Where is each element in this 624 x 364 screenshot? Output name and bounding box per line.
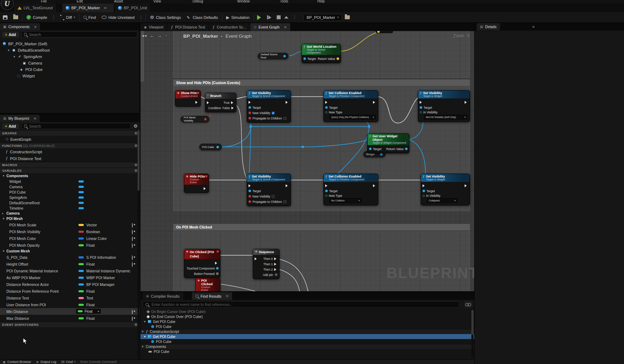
class-defaults-button[interactable]: ✎Class Defaults: [184, 12, 221, 23]
checkbox-unchecked[interactable]: [272, 195, 275, 198]
node-branch[interactable]: ⑂Branch True ConditionFalse: [205, 93, 236, 112]
exec-out-pin[interactable]: [195, 101, 199, 104]
menu-asset[interactable]: Asset: [114, 0, 123, 3]
node-default-scene-root[interactable]: Default Scene Root: [258, 53, 288, 59]
tab-poi-distance-text[interactable]: ƒPOI Distance Text: [167, 23, 209, 31]
menu-debug[interactable]: Debug: [193, 0, 203, 3]
add-graph-icon[interactable]: ⊕: [134, 131, 138, 135]
target-pin[interactable]: [325, 106, 328, 109]
output-log-button[interactable]: ≣Output Log: [36, 360, 56, 364]
variable-row[interactable]: DefaultSceneRoot: [0, 200, 140, 205]
eventgraph-item[interactable]: ⬡EventGraph: [0, 136, 140, 143]
new-visibility-pin[interactable]: [249, 112, 251, 114]
node-poi-cube[interactable]: POI Cube: [199, 144, 222, 150]
add-component-button[interactable]: +Add: [2, 32, 19, 37]
tab-construction-script[interactable]: ƒConstruction Sc...: [209, 23, 250, 31]
checkbox-checked[interactable]: ✓: [272, 112, 275, 114]
node-on-clicked-poi-cube[interactable]: ◈On Clicked (POI Cube) Touched Component…: [184, 249, 220, 278]
close-icon[interactable]: ✕: [284, 25, 287, 29]
node-hide-pois[interactable]: ◈Hide POIsCustom Event: [184, 174, 209, 193]
result-row[interactable]: On Begin Cursor Over (POI Cube): [140, 309, 474, 314]
play-button[interactable]: [257, 15, 264, 20]
then2-pin[interactable]: [274, 268, 278, 271]
compile-button[interactable]: ✓Compile: [24, 12, 50, 23]
add-function-icon[interactable]: ⊕: [134, 143, 138, 148]
add-dispatcher-icon[interactable]: ⊕: [134, 322, 138, 327]
eye-icon[interactable]: [132, 243, 133, 248]
event-graph-canvas[interactable]: Show and Hide POIs (Custom Events) On PO…: [140, 31, 474, 291]
variable-row[interactable]: POI Mesh VisibilityBoolean: [0, 228, 140, 235]
variable-row[interactable]: Widget: [0, 179, 140, 184]
close-icon[interactable]: ✕: [34, 25, 37, 29]
node-sequence[interactable]: ⇉Sequence Then 0 Then 1 Then 2 Add pin⊕: [253, 249, 280, 279]
caret-down-icon[interactable]: ▼: [7, 49, 10, 52]
caret-down-icon[interactable]: ▼: [141, 345, 144, 348]
variable-row-min-distance[interactable]: Min Distance Float▾: [0, 308, 140, 315]
class-settings-button[interactable]: ⚙Class Settings: [147, 12, 184, 23]
tree-item-self[interactable]: BP_POI_Marker (Self): [2, 41, 139, 47]
find-search-input[interactable]: Enter function or event name to find ref…: [143, 301, 459, 308]
new-type-pin[interactable]: [325, 195, 327, 197]
eject-button[interactable]: [284, 16, 288, 19]
variable-row[interactable]: POI Cube: [0, 189, 140, 195]
result-row-selected[interactable]: ▼Get POI Cube: [140, 334, 474, 339]
menu-file[interactable]: File: [41, 0, 47, 3]
exec-in-pin[interactable]: [423, 184, 426, 187]
variable-category-custom-mesh[interactable]: ▼Custom Mesh: [0, 248, 140, 254]
close-icon[interactable]: ✕: [532, 25, 535, 29]
touched-component-pin[interactable]: [216, 267, 219, 270]
variables-section-header[interactable]: VARIABLES⊕: [0, 168, 140, 173]
find-button[interactable]: Find: [81, 12, 99, 23]
debug-browse-button[interactable]: [342, 12, 353, 23]
node-poi-clicked[interactable]: ◈POI ClickedCustom Event: [195, 278, 220, 291]
target-pin[interactable]: [249, 190, 251, 192]
tree-item-widget[interactable]: ⬚Widget: [2, 73, 139, 79]
breadcrumb-current[interactable]: Event Graph: [226, 34, 252, 39]
propagate-pin[interactable]: [249, 200, 251, 203]
caret-down-icon[interactable]: ▼: [13, 55, 16, 58]
play-options-icon[interactable]: ⋮: [291, 15, 298, 20]
variable-category-components[interactable]: ▼Components: [0, 173, 140, 179]
node-set-collision-enabled-2[interactable]: ƒSet Collision EnabledTarget is Primitiv…: [323, 174, 378, 205]
variable-row[interactable]: POI Dynamic Material InstanceMaterial In…: [0, 267, 140, 274]
variable-row[interactable]: Height OffsetFloat: [0, 261, 140, 267]
exec-out-pin[interactable]: [286, 101, 289, 104]
variable-row[interactable]: User Distance from POIFloat: [0, 301, 140, 308]
exec-out-pin[interactable]: [215, 262, 219, 265]
exec-in-pin[interactable]: [249, 184, 252, 187]
tab-details[interactable]: ▤ Details: [477, 23, 500, 30]
eye-icon[interactable]: [132, 237, 133, 241]
delegate-pin[interactable]: [205, 175, 208, 178]
eye-icon[interactable]: [132, 256, 133, 260]
comment-title[interactable]: On POI Mesh Clicked: [174, 224, 470, 230]
new-type-dropdown[interactable]: No Collision▾: [329, 198, 362, 203]
variable-row[interactable]: POI Mesh ColorLinear Color: [0, 235, 140, 242]
new-type-pin[interactable]: [325, 111, 327, 113]
add-macro-icon[interactable]: ⊕: [134, 163, 138, 167]
variable-row[interactable]: Distance TextText: [0, 294, 140, 301]
simulation-button[interactable]: ▶Simulation: [223, 12, 252, 23]
result-row[interactable]: On End Cursor Over (POI Cube): [140, 314, 474, 319]
stop-button[interactable]: [277, 15, 281, 19]
tree-item-springarm[interactable]: ▼✐SpringArm: [2, 53, 139, 60]
node-show-pois[interactable]: ◈Show POIsCustom Event: [175, 90, 201, 107]
node-get-world-location[interactable]: ƒGet World LocationTarget is Scene Compo…: [302, 44, 341, 63]
find-in-blueprints-icon[interactable]: [464, 301, 472, 308]
exec-out-pin[interactable]: [465, 101, 468, 104]
variable-row[interactable]: Timeline: [0, 205, 140, 211]
menu-edit[interactable]: Edit: [77, 0, 83, 3]
variable-row[interactable]: Distance Reference ActorBP POI Manager: [0, 281, 140, 288]
my-blueprint-search-input[interactable]: Search: [21, 123, 131, 129]
tab-bp-poi-marker[interactable]: BP_POI_Marker ✕: [62, 4, 114, 12]
new-type-dropdown[interactable]: Query Only (No Physics Collision)▾: [329, 115, 376, 119]
result-row-components[interactable]: ▼Components: [140, 344, 474, 349]
find-results-scrollbar[interactable]: [471, 309, 474, 357]
result-row[interactable]: POI Cube: [140, 339, 474, 344]
add-variable-icon[interactable]: ⊕: [134, 168, 138, 173]
tab-my-blueprint[interactable]: ▤ My Blueprint ✕: [0, 115, 40, 122]
tree-item-poi-cube[interactable]: ◈POI Cube: [2, 66, 139, 73]
target-pin[interactable]: [249, 106, 251, 109]
save-button[interactable]: [0, 12, 10, 23]
close-tab-icon[interactable]: ✕: [104, 6, 107, 10]
exec-out-pin[interactable]: [373, 101, 377, 104]
